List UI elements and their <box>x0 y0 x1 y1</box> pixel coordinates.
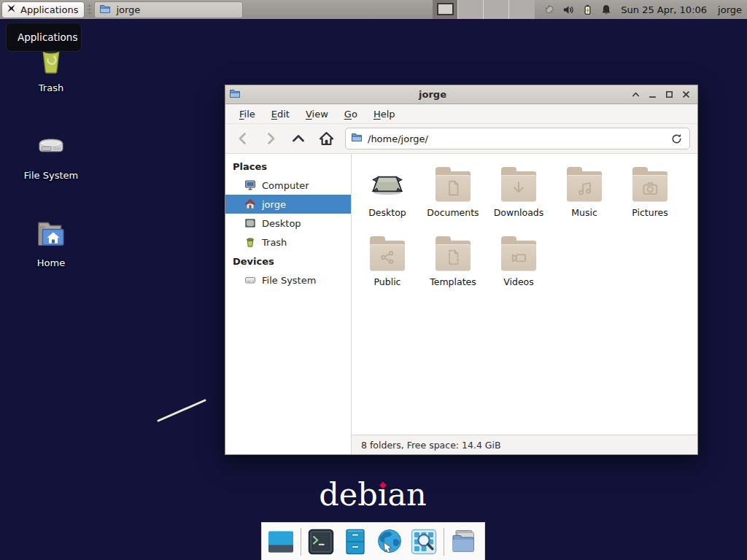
sidebar-header-places: Places <box>225 157 351 176</box>
menu-file[interactable]: File <box>233 106 262 122</box>
public-folder-icon <box>367 232 408 274</box>
battery-charging-icon[interactable] <box>582 4 593 15</box>
window-content: PlacesComputerjorgeDesktopTrashDevicesFi… <box>225 154 697 454</box>
file-item-label: Desktop <box>368 207 406 218</box>
notifications-icon[interactable] <box>600 4 612 15</box>
file-item-pictures[interactable]: Pictures <box>617 163 683 232</box>
menu-go[interactable]: Go <box>338 106 364 122</box>
bottom-dock <box>261 522 485 560</box>
dock-terminal-button[interactable] <box>306 527 336 556</box>
documents-folder-icon <box>433 163 473 205</box>
dock-separator <box>301 528 301 556</box>
desktop-icon-home[interactable]: Home <box>0 216 102 268</box>
close-button[interactable] <box>680 89 692 101</box>
taskbar-window-button[interactable]: jorge <box>94 1 243 18</box>
desktop-icon-label: Home <box>37 257 65 268</box>
debian-logo: debıan <box>313 478 433 512</box>
file-grid: DesktopDocumentsDownloadsMusicPicturesPu… <box>352 154 697 435</box>
sidebar: PlacesComputerjorgeDesktopTrashDevicesFi… <box>225 154 352 454</box>
file-item-music[interactable]: Music <box>551 163 617 232</box>
shade-button[interactable] <box>630 89 641 101</box>
go-back-button[interactable] <box>230 128 256 150</box>
dock-show-desktop-button[interactable] <box>266 527 295 556</box>
desktop-root: Applications jorge Sun 25 Apr, 10:06 jor… <box>0 0 747 560</box>
status-text: 8 folders, Free space: 14.4 GiB <box>361 440 501 451</box>
sidebar-item-file-system[interactable]: File System <box>225 271 351 289</box>
window-titlebar[interactable]: jorge <box>225 85 697 104</box>
panel-handle[interactable] <box>87 3 92 16</box>
sidebar-item-label: jorge <box>262 199 286 210</box>
file-item-label: Templates <box>430 276 476 287</box>
sidebar-item-desktop[interactable]: Desktop <box>225 214 351 233</box>
workspace-1[interactable] <box>433 0 458 19</box>
path-folder-icon <box>351 131 363 146</box>
logo-text-left: deb <box>319 476 378 513</box>
go-home-button[interactable] <box>313 128 339 150</box>
sidebar-item-trash[interactable]: Trash <box>225 233 351 252</box>
desktop-folder-icon <box>367 163 408 205</box>
applications-menu-button[interactable]: Applications <box>1 1 85 18</box>
menu-bar: FileEditViewGoHelp <box>225 104 697 124</box>
workspace-2[interactable] <box>458 0 484 19</box>
file-item-documents[interactable]: Documents <box>420 163 486 232</box>
desktop-16-icon <box>244 217 256 229</box>
sidebar-item-jorge[interactable]: jorge <box>225 195 351 214</box>
panel-username: jorge <box>718 4 742 15</box>
sidebar-item-computer[interactable]: Computer <box>225 176 351 195</box>
drive-big-icon <box>34 128 69 166</box>
dock-separator <box>444 528 444 556</box>
removable-device-icon[interactable] <box>542 3 555 16</box>
file-item-label: Public <box>374 276 401 287</box>
reload-button[interactable] <box>667 129 686 148</box>
toolbar: /home/jorge/ <box>225 124 697 154</box>
status-bar: 8 folders, Free space: 14.4 GiB <box>352 435 697 454</box>
menu-help[interactable]: Help <box>367 106 402 122</box>
system-tray <box>542 3 612 16</box>
music-folder-icon <box>564 163 605 205</box>
go-forward-button[interactable] <box>258 128 284 150</box>
templates-folder-icon <box>433 232 473 274</box>
path-text[interactable]: /home/jorge/ <box>368 133 662 144</box>
desktop-icon-label: File System <box>24 170 78 181</box>
file-item-label: Videos <box>503 276 534 287</box>
minimize-button[interactable] <box>646 89 658 101</box>
path-bar[interactable]: /home/jorge/ <box>345 128 690 149</box>
window-controls <box>624 89 692 101</box>
applications-tooltip: Applications <box>6 23 82 52</box>
file-item-templates[interactable]: Templates <box>420 232 486 301</box>
dock-web-browser-button[interactable] <box>375 527 404 556</box>
xfce-logo-icon <box>6 3 17 16</box>
workspace-pager <box>433 0 535 19</box>
videos-folder-icon <box>498 232 539 274</box>
dock-folder-dock-button[interactable] <box>449 527 479 556</box>
sidebar-item-label: Computer <box>262 180 309 191</box>
sidebar-item-label: Trash <box>262 237 287 248</box>
volume-icon[interactable] <box>562 4 575 16</box>
dock-file-manager-button[interactable] <box>341 527 370 556</box>
sidebar-item-label: Desktop <box>262 218 301 229</box>
dock-app-finder-button[interactable] <box>409 527 438 556</box>
tooltip-text: Applications <box>18 31 77 43</box>
desktop-icon-file-system[interactable]: File System <box>0 128 102 181</box>
menu-edit[interactable]: Edit <box>265 106 296 122</box>
pictures-folder-icon <box>630 163 670 205</box>
go-up-button[interactable] <box>285 128 311 150</box>
file-item-videos[interactable]: Videos <box>486 232 551 301</box>
file-item-label: Music <box>571 207 597 218</box>
main-pane: DesktopDocumentsDownloadsMusicPicturesPu… <box>352 154 697 454</box>
file-item-desktop[interactable]: Desktop <box>355 163 420 232</box>
trash-16-icon <box>244 236 256 248</box>
applications-menu-label: Applications <box>20 4 78 15</box>
file-item-public[interactable]: Public <box>355 232 420 301</box>
workspace-4[interactable] <box>509 0 535 19</box>
maximize-button[interactable] <box>663 89 675 101</box>
menu-view[interactable]: View <box>299 106 335 122</box>
panel-clock[interactable]: Sun 25 Apr, 10:06 <box>621 4 707 15</box>
file-item-label: Pictures <box>632 207 668 218</box>
folder-icon <box>99 3 111 17</box>
workspace-3[interactable] <box>484 0 509 19</box>
file-item-downloads[interactable]: Downloads <box>486 163 551 232</box>
taskbar-window-label: jorge <box>116 4 140 15</box>
drive-16-icon <box>244 274 256 286</box>
downloads-folder-icon <box>498 163 539 205</box>
